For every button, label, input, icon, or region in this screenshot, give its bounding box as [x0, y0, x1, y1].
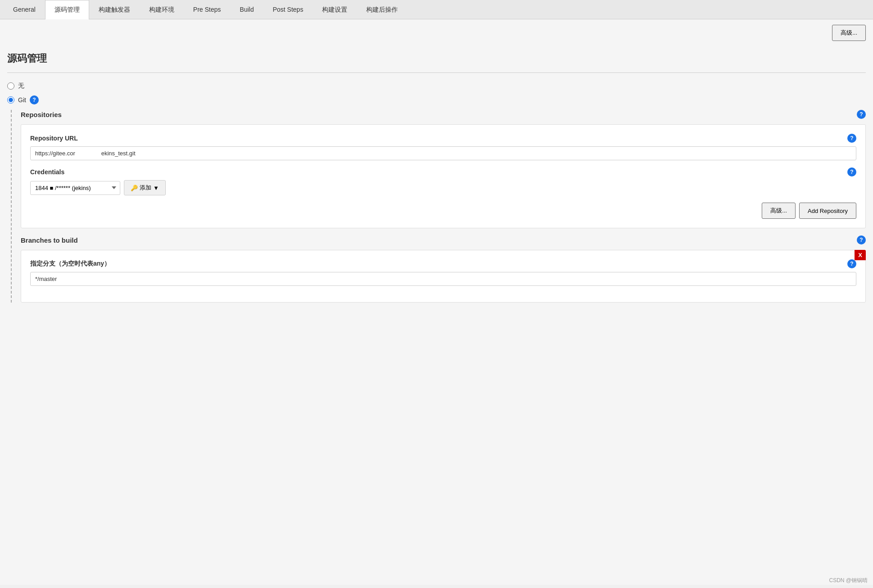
radio-git-label: Git: [18, 96, 26, 104]
branch-field: 指定分支（为空时代表any） ?: [30, 259, 856, 286]
tab-presteps[interactable]: Pre Steps: [184, 0, 230, 19]
repositories-header: Repositories ?: [21, 110, 866, 119]
git-section: Repositories ? Repository URL ?: [11, 110, 866, 303]
tab-settings[interactable]: 构建设置: [313, 0, 357, 19]
credentials-row: 1844 ■ /****** (jekins) 🔑 添加 ▼: [30, 180, 856, 195]
tab-bar: General 源码管理 构建触发器 构建环境 Pre Steps Build …: [0, 0, 873, 19]
tab-general[interactable]: General: [4, 0, 45, 19]
add-credentials-label: 添加: [140, 184, 151, 192]
credentials-label: Credentials: [30, 168, 64, 176]
repo-card-actions: 高级... Add Repository: [30, 203, 856, 219]
branch-label: 指定分支（为空时代表any）: [30, 260, 110, 268]
advanced-button-top[interactable]: 高级...: [832, 25, 866, 41]
credentials-select[interactable]: 1844 ■ /****** (jekins): [30, 181, 120, 195]
repo-url-label: Repository URL: [30, 135, 78, 142]
branch-input[interactable]: [30, 272, 856, 286]
add-repository-button[interactable]: Add Repository: [799, 203, 856, 219]
branch-label-row: 指定分支（为空时代表any） ?: [30, 259, 856, 268]
tab-postbuild[interactable]: 构建后操作: [357, 0, 407, 19]
repositories-title: Repositories: [21, 111, 62, 118]
repo-url-input-wrapper: [30, 146, 856, 160]
credentials-field: Credentials ? 1844 ■ /****** (jekins) 🔑 …: [30, 167, 856, 195]
watermark: CSDN @钢锅晴: [829, 577, 868, 584]
delete-branch-button[interactable]: X: [855, 250, 866, 260]
branch-help-icon[interactable]: ?: [847, 259, 856, 268]
tab-trigger[interactable]: 构建触发器: [89, 0, 140, 19]
radio-none-option[interactable]: 无: [7, 82, 866, 90]
main-content: 高级... 源码管理 无 Git ? Repositories ?: [0, 19, 873, 585]
tab-source[interactable]: 源码管理: [45, 0, 89, 19]
repo-url-label-row: Repository URL ?: [30, 134, 856, 143]
radio-none-input[interactable]: [7, 82, 14, 90]
branches-help-icon[interactable]: ?: [857, 235, 866, 244]
radio-none-label: 无: [18, 82, 24, 90]
branches-section: Branches to build ? X 指定分支（为空时代表any） ?: [21, 235, 866, 303]
repository-card: Repository URL ? Credentials ?: [21, 124, 866, 228]
tab-build[interactable]: Build: [230, 0, 263, 19]
top-toolbar: 高级...: [0, 19, 873, 46]
repo-url-input[interactable]: [30, 146, 856, 160]
radio-git-input[interactable]: [7, 96, 14, 104]
key-icon: 🔑: [131, 185, 138, 191]
git-help-icon[interactable]: ?: [30, 95, 39, 104]
repo-url-help-icon[interactable]: ?: [847, 134, 856, 143]
repositories-help-icon[interactable]: ?: [857, 110, 866, 119]
credentials-label-row: Credentials ?: [30, 167, 856, 176]
branch-card: X 指定分支（为空时代表any） ?: [21, 250, 866, 303]
tab-poststeps[interactable]: Post Steps: [263, 0, 313, 19]
add-credentials-button[interactable]: 🔑 添加 ▼: [124, 180, 166, 195]
add-credentials-arrow: ▼: [153, 185, 159, 191]
source-management-section: 源码管理 无 Git ? Repositories ?: [0, 46, 873, 310]
branches-title: Branches to build: [21, 236, 78, 244]
repo-url-field: Repository URL ?: [30, 134, 856, 160]
tab-env[interactable]: 构建环境: [140, 0, 184, 19]
repo-url-label-left: Repository URL: [30, 135, 78, 142]
advanced-button-repo[interactable]: 高级...: [762, 203, 796, 219]
credentials-help-icon[interactable]: ?: [847, 167, 856, 176]
radio-git-option[interactable]: Git ?: [7, 95, 866, 104]
section-title: 源码管理: [7, 46, 866, 73]
branches-header: Branches to build ?: [21, 235, 866, 244]
branch-label-left: 指定分支（为空时代表any）: [30, 260, 110, 268]
credentials-label-left: Credentials: [30, 168, 64, 176]
